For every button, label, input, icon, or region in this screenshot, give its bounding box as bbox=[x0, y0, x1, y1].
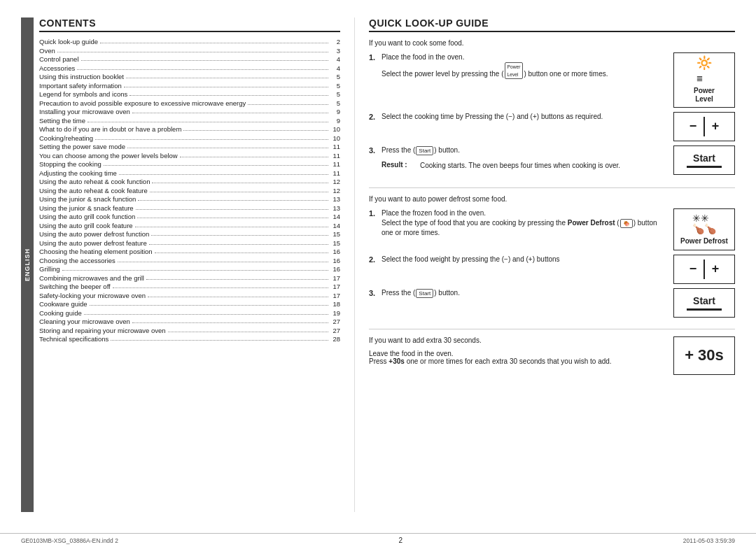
toc-page: 9 bbox=[330, 117, 340, 125]
toc-label: Cleaning your microwave oven bbox=[39, 318, 130, 325]
step3-text: Press the (Start) button. bbox=[382, 145, 668, 155]
toc-label: Cookware guide bbox=[39, 300, 88, 308]
start-inline-btn-1: Start bbox=[416, 146, 433, 155]
toc-page: 13 bbox=[330, 195, 340, 203]
toc-page: 4 bbox=[330, 64, 340, 72]
plus30-box[interactable]: + 30s bbox=[673, 336, 735, 375]
page-number: 2 bbox=[399, 537, 403, 544]
toc-page: 14 bbox=[330, 213, 340, 220]
toc-page: 12 bbox=[330, 187, 340, 194]
minus-btn-2[interactable]: − bbox=[682, 262, 704, 276]
toc-page: 11 bbox=[330, 169, 340, 177]
toc-label: Adjusting the cooking time bbox=[39, 169, 117, 177]
toc-label: Cooking/reheating bbox=[39, 134, 93, 142]
toc-page: 3 bbox=[330, 47, 340, 55]
guide-section: QUICK LOOK-UP GUIDE If you want to cook … bbox=[354, 17, 735, 512]
power-level-inline-btn: PowerLevel bbox=[505, 62, 524, 79]
section3-intro: If you want to add extra 30 seconds. bbox=[369, 336, 668, 344]
toc-label: Using the auto grill cook function bbox=[39, 213, 135, 220]
contents-title: CONTENTS bbox=[39, 17, 340, 32]
power-defrost-icon: ✳✳🍗🍗 bbox=[692, 213, 716, 235]
toc-page: 27 bbox=[330, 318, 340, 325]
start-underline-2 bbox=[687, 308, 722, 311]
toc-page: 13 bbox=[330, 204, 340, 212]
toc-list: Quick look-up guide2Oven3Control panel4A… bbox=[39, 38, 340, 343]
step2-num: 2. bbox=[369, 113, 382, 121]
toc-label: Control panel bbox=[39, 55, 79, 63]
toc-page: 11 bbox=[330, 152, 340, 159]
power-defrost-label: Power Defrost bbox=[680, 237, 728, 246]
toc-label: Technical specifications bbox=[39, 335, 108, 343]
defrost-step2-row: 2. Select the food weight by pressing th… bbox=[369, 255, 735, 284]
section2-intro: If you want to auto power defrost some f… bbox=[369, 195, 735, 203]
footer-filename: GE0103MB-XSG_03886A-EN.indd 2 bbox=[21, 537, 118, 544]
plus-btn-1[interactable]: + bbox=[705, 119, 727, 134]
toc-label: Setting the power save mode bbox=[39, 143, 125, 150]
toc-label: Stopping the cooking bbox=[39, 160, 102, 168]
english-sidebar: ENGLISH bbox=[21, 17, 34, 512]
toc-page: 2 bbox=[330, 38, 340, 45]
toc-label: Oven bbox=[39, 47, 55, 55]
toc-label: Using the auto power defrost function bbox=[39, 230, 149, 238]
minus-plus-box-2[interactable]: − + bbox=[673, 255, 735, 284]
toc-label: Accessories bbox=[39, 64, 75, 72]
section2: If you want to auto power defrost some f… bbox=[369, 195, 735, 322]
section1-intro: If you want to cook some food. bbox=[369, 39, 735, 47]
toc-label: Using the junior & snack feature bbox=[39, 204, 134, 212]
plus30-label: + 30s bbox=[685, 346, 724, 364]
step2-text: Select the cooking time by Pressing the … bbox=[382, 112, 668, 122]
toc-page: 17 bbox=[330, 283, 340, 290]
toc-page: 17 bbox=[330, 292, 340, 299]
start-btn-box-2[interactable]: Start bbox=[673, 288, 735, 318]
start-label-2: Start bbox=[693, 295, 715, 306]
footer-datetime: 2011-05-03 3:59:39 bbox=[683, 537, 735, 544]
result-label-1: Result : bbox=[382, 161, 420, 171]
toc-label: Grilling bbox=[39, 265, 60, 273]
toc-page: 16 bbox=[330, 257, 340, 264]
power-level-icon-box: 🔆𝌆 PowerLevel bbox=[673, 52, 735, 108]
toc-label: Setting the time bbox=[39, 117, 85, 125]
step1-num: 1. bbox=[369, 53, 382, 62]
toc-label: Using the auto reheat & cook function bbox=[39, 178, 150, 185]
defrost-step2-text: Select the food weight by pressing the (… bbox=[382, 255, 668, 264]
section1: If you want to cook some food. 1. Place … bbox=[369, 39, 735, 180]
start-label-1: Start bbox=[693, 152, 715, 164]
step1-text: Place the food in the oven. Select the p… bbox=[382, 52, 668, 79]
toc-page: 11 bbox=[330, 143, 340, 150]
step3-row: 3. Press the (Start) button. Result : Co… bbox=[369, 145, 735, 176]
toc-label: Cooking guide bbox=[39, 309, 82, 317]
toc-page: 10 bbox=[330, 125, 340, 133]
toc-page: 28 bbox=[330, 335, 340, 343]
minus-plus-box-1[interactable]: − + bbox=[673, 112, 735, 141]
toc-label: Important safety information bbox=[39, 82, 122, 90]
section3: If you want to add extra 30 seconds. Lea… bbox=[369, 336, 735, 375]
toc-page: 12 bbox=[330, 178, 340, 185]
section3-text: Leave the food in the oven. Press +30s o… bbox=[369, 350, 668, 365]
toc-item: Technical specifications28 bbox=[39, 335, 340, 343]
power-defrost-icon-box: ✳✳🍗🍗 Power Defrost bbox=[673, 208, 735, 250]
toc-page: 16 bbox=[330, 265, 340, 273]
step3-num: 3. bbox=[369, 146, 382, 155]
guide-title: QUICK LOOK-UP GUIDE bbox=[369, 17, 735, 32]
step2-row: 2. Select the cooking time by Pressing t… bbox=[369, 112, 735, 141]
toc-page: 9 bbox=[330, 108, 340, 115]
toc-page: 16 bbox=[330, 248, 340, 255]
toc-label: Switching the beeper off bbox=[39, 283, 111, 290]
toc-page: 17 bbox=[330, 274, 340, 282]
defrost-step3-text: Press the (Start) button. bbox=[382, 288, 668, 298]
toc-page: 5 bbox=[330, 82, 340, 90]
step1-row: 1. Place the food in the oven. Select th… bbox=[369, 52, 735, 108]
toc-label: Using this instruction booklet bbox=[39, 73, 124, 80]
start-btn-box-1[interactable]: Start bbox=[673, 145, 735, 175]
toc-label: Using the auto power defrost feature bbox=[39, 239, 147, 247]
result-text-1: Cooking starts. The oven beeps four time… bbox=[420, 161, 620, 171]
power-level-icon: 🔆𝌆 bbox=[696, 57, 712, 85]
power-defrost-inline-btn: 🍖 bbox=[620, 219, 633, 228]
minus-btn-1[interactable]: − bbox=[682, 119, 704, 134]
plus-btn-2[interactable]: + bbox=[705, 262, 727, 276]
toc-page: 14 bbox=[330, 222, 340, 229]
toc-page: 19 bbox=[330, 309, 340, 317]
toc-label: Legend for symbols and icons bbox=[39, 90, 127, 98]
contents-section: CONTENTS Quick look-up guide2Oven3Contro… bbox=[39, 17, 354, 512]
toc-page: 18 bbox=[330, 300, 340, 308]
